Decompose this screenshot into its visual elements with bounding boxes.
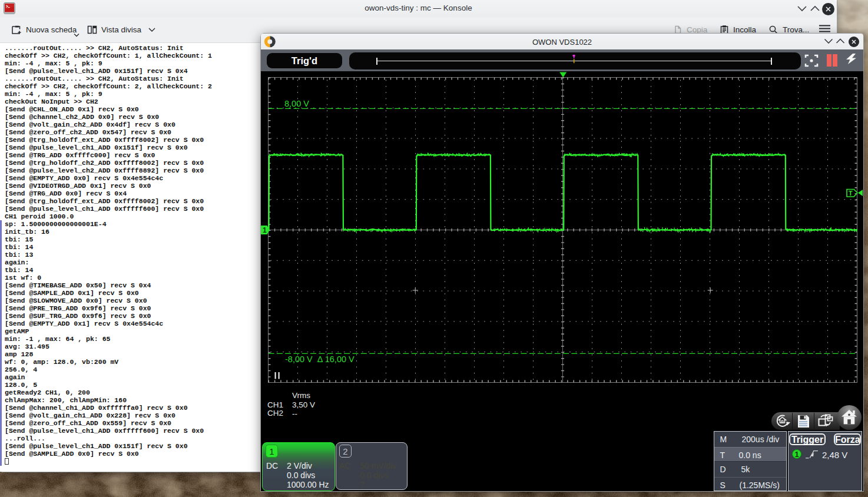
svg-text:1: 1: [263, 226, 267, 234]
svg-text:T: T: [849, 190, 853, 197]
